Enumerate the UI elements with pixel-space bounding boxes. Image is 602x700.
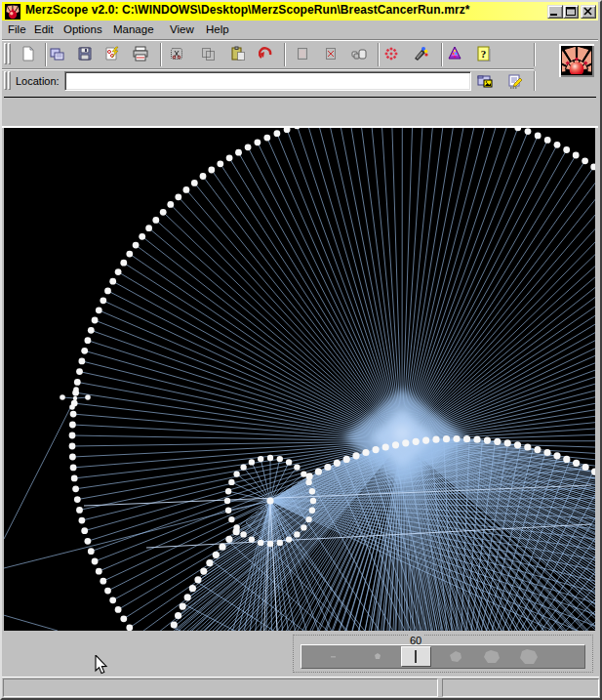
svg-text:?: ? bbox=[481, 48, 487, 60]
